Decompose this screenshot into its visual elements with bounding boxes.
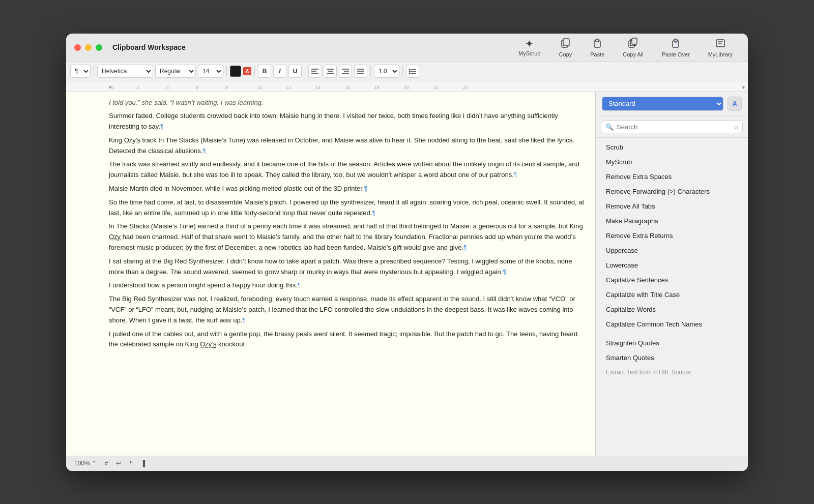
copy-all-icon: [627, 37, 638, 50]
zoom-stepper-icon: ⌃: [92, 460, 97, 467]
sidebar-item-capitalize-title-case[interactable]: Capitalize with Title Case: [598, 287, 746, 302]
sidebar-item-capitalize-tech-names[interactable]: Capitalize Common Tech Names: [598, 317, 746, 332]
svg-rect-8: [674, 39, 677, 42]
text-style-button[interactable]: A: [243, 67, 251, 75]
zoom-value: 100%: [74, 460, 90, 467]
italic-button[interactable]: I: [273, 65, 286, 78]
paste-button[interactable]: Paste: [583, 34, 612, 61]
main-content: I told you,” she said. “I wasn’t waiting…: [66, 92, 748, 456]
editor-line-3: The track was streamed avidly and endles…: [109, 159, 585, 181]
sidebar-item-uppercase[interactable]: Uppercase: [598, 243, 746, 258]
sidebar-item-make-paragraphs[interactable]: Make Paragraphs: [598, 214, 746, 228]
editor-line-9: The Big Red Synthesizer was not, I reali…: [109, 294, 585, 325]
editor-line-4: Maisie Martin died in November, while I …: [109, 184, 585, 194]
standard-dropdown[interactable]: Standard: [602, 97, 723, 111]
sidebar-icon-button[interactable]: A: [728, 97, 742, 111]
word-count-button[interactable]: #: [105, 460, 108, 467]
font-family-select[interactable]: Helvetica: [97, 65, 153, 78]
sidebar-item-straighten-quotes[interactable]: Straighten Quotes: [598, 336, 746, 350]
status-bar: 100% ⌃ # ↩ ¶ ▐: [66, 456, 748, 471]
align-right-button[interactable]: [339, 65, 352, 78]
hash-icon: #: [105, 460, 108, 467]
copy-label: Copy: [559, 51, 572, 57]
search-icon: 🔍: [605, 123, 614, 131]
editor-line-7: I sat staring at the Big Red Synthesizer…: [109, 256, 585, 278]
sidebar-item-capitalize-words[interactable]: Capitalize Words: [598, 302, 746, 317]
sidebar-item-myscrub[interactable]: MyScrub: [598, 155, 746, 169]
svg-rect-6: [632, 38, 637, 44]
sidebar-header: Standard A: [596, 92, 748, 116]
copy-icon: [560, 37, 571, 50]
editor-line-1: Summer faded. College students crowded b…: [109, 111, 585, 132]
sidebar-item-remove-all-tabs[interactable]: Remove All Tabs: [598, 199, 746, 214]
myscrub-button[interactable]: ✦ MyScrub: [511, 36, 547, 60]
sidebar: Standard A 🔍 ⌕ Scrub MyScrub Remove Extr…: [595, 92, 748, 456]
traffic-lights: [74, 44, 102, 51]
list-button[interactable]: [406, 65, 419, 78]
svg-point-25: [409, 69, 411, 71]
svg-point-27: [409, 73, 411, 75]
sidebar-list: Scrub MyScrub Remove Extra Spaces Remove…: [596, 138, 748, 456]
sidebar-gap: [596, 332, 748, 336]
divider-6: [402, 66, 403, 76]
editor-line-2: King Ozy’s track In The Stacks (Maisie’s…: [109, 135, 585, 157]
search-zoom-icon[interactable]: ⌕: [734, 123, 738, 131]
title-bar: Clipboard Workspace ✦ MyScrub Copy: [66, 34, 748, 62]
search-box: 🔍 ⌕: [601, 121, 743, 133]
editor-line-0: I told you,” she said. “I wasn’t waiting…: [109, 98, 585, 108]
sidebar-item-scrub[interactable]: Scrub: [598, 140, 746, 155]
stats-button[interactable]: ▐: [141, 460, 146, 467]
paste-over-icon: [670, 37, 681, 50]
mylibrary-icon: [715, 37, 726, 50]
underline-button[interactable]: U: [288, 65, 302, 78]
ruler: ▼ 0 2 4 6 8 10 12 14 16 18 20 22 24 ▼: [66, 81, 748, 92]
font-style-select[interactable]: Regular: [155, 65, 196, 78]
minimize-button[interactable]: [85, 44, 92, 51]
align-left-button[interactable]: [308, 65, 322, 78]
sidebar-item-smarten-quotes[interactable]: Smarten Quotes: [598, 350, 746, 365]
svg-rect-1: [563, 39, 569, 46]
sidebar-item-remove-forwarding-chars[interactable]: Remove Forwarding (>) Characters: [598, 184, 746, 199]
bold-button[interactable]: B: [258, 65, 271, 78]
paragraph-button[interactable]: ¶: [129, 460, 132, 467]
sidebar-item-lowercase[interactable]: Lowercase: [598, 258, 746, 273]
window-title: Clipboard Workspace: [112, 43, 511, 51]
chart-icon: ▐: [141, 460, 146, 467]
svg-point-26: [409, 71, 411, 73]
sidebar-item-extract-text-html[interactable]: Extract Text from HTML Source: [598, 365, 746, 379]
sidebar-item-capitalize-sentences[interactable]: Capitalize Sentences: [598, 273, 746, 287]
editor-area[interactable]: I told you,” she said. “I wasn’t waiting…: [66, 92, 595, 456]
undo-icon: ↩: [116, 460, 121, 467]
undo-button[interactable]: ↩: [116, 460, 121, 467]
copy-button[interactable]: Copy: [551, 34, 579, 61]
line-spacing-select[interactable]: 1.0: [374, 65, 399, 78]
close-button[interactable]: [74, 44, 81, 51]
paragraph-style-select[interactable]: ¶: [70, 65, 91, 78]
justify-button[interactable]: [354, 65, 367, 78]
sidebar-item-remove-extra-spaces[interactable]: Remove Extra Spaces: [598, 169, 746, 184]
zoom-status[interactable]: 100% ⌃: [74, 460, 97, 467]
editor-line-5: So the time had come, at last, to disass…: [109, 197, 585, 219]
align-center-button[interactable]: [324, 65, 337, 78]
paragraph-icon: ¶: [129, 460, 132, 467]
search-input[interactable]: [617, 123, 731, 131]
editor-line-10: I pulled one of the cables out, and with…: [109, 329, 585, 350]
copy-all-button[interactable]: Copy All: [616, 34, 650, 61]
myscrub-icon: ✦: [525, 39, 534, 49]
paste-over-label: Paste Over: [662, 51, 690, 57]
sidebar-item-remove-extra-returns[interactable]: Remove Extra Returns: [598, 228, 746, 243]
myscrub-label: MyScrub: [518, 50, 540, 56]
text-color-button[interactable]: [230, 66, 241, 77]
editor-line-6: In The Stacks (Maisie’s Tune) earned a t…: [109, 221, 585, 253]
svg-rect-3: [596, 39, 599, 42]
divider-1: [94, 66, 94, 76]
mylibrary-button[interactable]: MyLibrary: [701, 34, 740, 61]
paste-label: Paste: [590, 51, 604, 57]
maximize-button[interactable]: [96, 44, 102, 51]
divider-2: [226, 66, 227, 76]
paste-over-button[interactable]: Paste Over: [655, 34, 697, 61]
copy-all-label: Copy All: [623, 51, 643, 57]
paste-icon: [592, 37, 603, 50]
sidebar-search-area: 🔍 ⌕: [596, 116, 748, 138]
font-size-select[interactable]: 14: [198, 65, 223, 78]
